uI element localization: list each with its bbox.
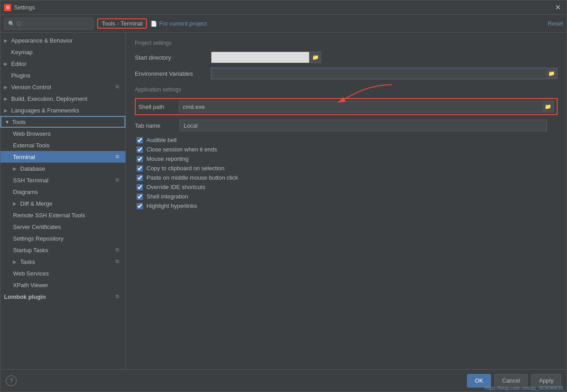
reset-button[interactable]: Reset <box>548 20 563 27</box>
sidebar-label: Startup Tasks <box>13 247 48 254</box>
sidebar-label: Version Control <box>11 84 51 90</box>
copy-clipboard-label: Copy to clipboard on selection <box>146 165 224 172</box>
footer: ? OK Cancel Apply https://blog.csdn.net/… <box>0 369 567 392</box>
sidebar-item-build[interactable]: ▶ Build, Execution, Deployment <box>0 93 125 104</box>
copy-icon: ⧉ <box>116 293 122 300</box>
sidebar-item-diagrams[interactable]: Diagrams <box>0 186 125 198</box>
env-variables-input[interactable] <box>211 68 558 79</box>
start-directory-row: Start directory 📁 <box>135 52 558 63</box>
sidebar-item-server-certs[interactable]: Server Certificates <box>0 221 125 233</box>
sidebar-item-plugins[interactable]: Plugins <box>0 69 125 81</box>
sidebar-label: Lombok plugin <box>4 293 46 300</box>
copy-clipboard-checkbox[interactable] <box>137 165 143 172</box>
breadcrumb-tools[interactable]: Tools <box>102 20 115 27</box>
title-bar: ⚙ Settings ✕ <box>0 0 567 15</box>
env-variables-browse-button[interactable]: 📁 <box>546 68 558 79</box>
sidebar-item-tasks[interactable]: ▶ Tasks ⧉ <box>0 256 125 267</box>
mouse-reporting-label: Mouse reporting <box>146 155 189 162</box>
sidebar-item-lombok[interactable]: Lombok plugin ⧉ <box>0 291 125 302</box>
sidebar-item-terminal[interactable]: Terminal ⧉ <box>0 151 125 163</box>
sidebar-label: SSH Terminal <box>13 177 48 184</box>
breadcrumb-terminal[interactable]: Terminal <box>120 20 142 27</box>
shell-path-browse-button[interactable]: 📁 <box>542 101 554 112</box>
sidebar-label: External Tools <box>13 142 49 149</box>
sidebar-item-tools[interactable]: ▼ Tools <box>0 116 125 128</box>
sidebar-item-database[interactable]: ▶ Database <box>0 163 125 174</box>
shell-path-input[interactable] <box>179 101 554 112</box>
sidebar-label: Settings Repository <box>13 235 64 242</box>
tab-name-label: Tab name <box>135 122 175 129</box>
checkbox-shell-integration: Shell integration <box>135 193 558 200</box>
start-directory-wrapper: 📁 <box>211 52 558 63</box>
sidebar-item-keymap[interactable]: Keymap <box>0 46 125 58</box>
sidebar-item-settings-repo[interactable]: Settings Repository <box>0 233 125 244</box>
sidebar: ▶ Appearance & Behavior Keymap ▶ Editor … <box>0 33 126 369</box>
folder-icon: 📁 <box>312 54 319 60</box>
audible-bell-checkbox[interactable] <box>137 137 143 143</box>
mouse-reporting-checkbox[interactable] <box>137 156 143 162</box>
footer-link[interactable]: https://blog.csdn.net/qq_383698639 <box>485 385 563 391</box>
sidebar-label: Editor <box>11 60 26 67</box>
sidebar-label: Diagrams <box>13 189 38 195</box>
paste-middle-label: Paste on middle mouse button click <box>146 174 238 181</box>
highlight-hyperlinks-label: Highlight hyperlinks <box>146 202 197 209</box>
sidebar-item-xpath-viewer[interactable]: XPath Viewer <box>0 279 125 291</box>
shell-integration-checkbox[interactable] <box>137 194 143 200</box>
start-directory-label: Start directory <box>135 54 206 61</box>
checkbox-override-shortcuts: Override IDE shortcuts <box>135 184 558 190</box>
start-directory-browse-button[interactable]: 📁 <box>309 52 321 63</box>
arrow-icon: ▼ <box>5 120 10 125</box>
sidebar-label: Plugins <box>11 72 30 79</box>
current-project-link[interactable]: 📄 For current project <box>150 20 206 27</box>
sidebar-label: Appearance & Behavior <box>11 37 73 44</box>
search-box[interactable]: 🔍 <box>4 18 94 30</box>
tab-name-input[interactable] <box>180 120 547 131</box>
arrow-icon: ▶ <box>4 38 9 43</box>
close-session-label: Close session when it ends <box>146 146 217 153</box>
sidebar-item-diff-merge[interactable]: ▶ Diff & Merge <box>0 198 125 209</box>
window-title: Settings <box>14 4 552 11</box>
app-settings-title: Application settings <box>135 86 558 93</box>
sidebar-label: Terminal <box>13 154 35 160</box>
sidebar-item-web-services[interactable]: Web Services <box>0 267 125 279</box>
override-shortcuts-checkbox[interactable] <box>137 184 143 190</box>
help-button[interactable]: ? <box>6 375 17 386</box>
checkbox-highlight-hyperlinks: Highlight hyperlinks <box>135 202 558 209</box>
arrow-icon: ▶ <box>13 166 18 171</box>
sidebar-item-version-control[interactable]: ▶ Version Control ⧉ <box>0 81 125 93</box>
sidebar-item-remote-ssh[interactable]: Remote SSH External Tools <box>0 209 125 221</box>
copy-icon: ⧉ <box>116 247 122 253</box>
toolbar: 🔍 Tools › Terminal 📄 For current project… <box>0 15 567 33</box>
shell-path-container: Shell path 📁 <box>135 98 558 115</box>
highlight-hyperlinks-checkbox[interactable] <box>137 203 143 209</box>
audible-bell-label: Audible bell <box>146 137 176 143</box>
close-button[interactable]: ✕ <box>552 2 563 13</box>
sidebar-label: Web Services <box>13 270 49 277</box>
sidebar-item-languages[interactable]: ▶ Languages & Frameworks <box>0 104 125 116</box>
arrow-icon: ▶ <box>4 61 9 66</box>
sidebar-item-startup-tasks[interactable]: Startup Tasks ⧉ <box>0 244 125 256</box>
help-icon: ? <box>9 377 13 384</box>
sidebar-item-editor[interactable]: ▶ Editor <box>0 58 125 69</box>
breadcrumb: Tools › Terminal <box>97 18 147 29</box>
paste-middle-checkbox[interactable] <box>137 175 143 181</box>
sidebar-label: XPath Viewer <box>13 282 48 289</box>
sidebar-label: Languages & Frameworks <box>11 107 79 114</box>
sidebar-label: Server Certificates <box>13 224 61 230</box>
copy-icon: ⧉ <box>116 84 122 90</box>
sidebar-label: Build, Execution, Deployment <box>11 95 87 102</box>
override-shortcuts-label: Override IDE shortcuts <box>146 184 206 190</box>
search-input[interactable] <box>17 21 90 27</box>
sidebar-label: Diff & Merge <box>20 200 52 207</box>
close-session-checkbox[interactable] <box>137 146 143 153</box>
sidebar-label: Tasks <box>20 258 35 265</box>
app-icon: ⚙ <box>4 4 11 11</box>
env-variables-label: Environment Variables <box>135 70 206 77</box>
sidebar-label: Keymap <box>11 49 33 56</box>
sidebar-item-appearance[interactable]: ▶ Appearance & Behavior <box>0 34 125 46</box>
sidebar-item-external-tools[interactable]: External Tools <box>0 139 125 151</box>
sidebar-item-ssh-terminal[interactable]: SSH Terminal ⧉ <box>0 174 125 186</box>
sidebar-item-web-browsers[interactable]: Web Browsers <box>0 128 125 139</box>
start-directory-input[interactable] <box>211 52 309 63</box>
copy-icon: ⧉ <box>116 177 122 183</box>
